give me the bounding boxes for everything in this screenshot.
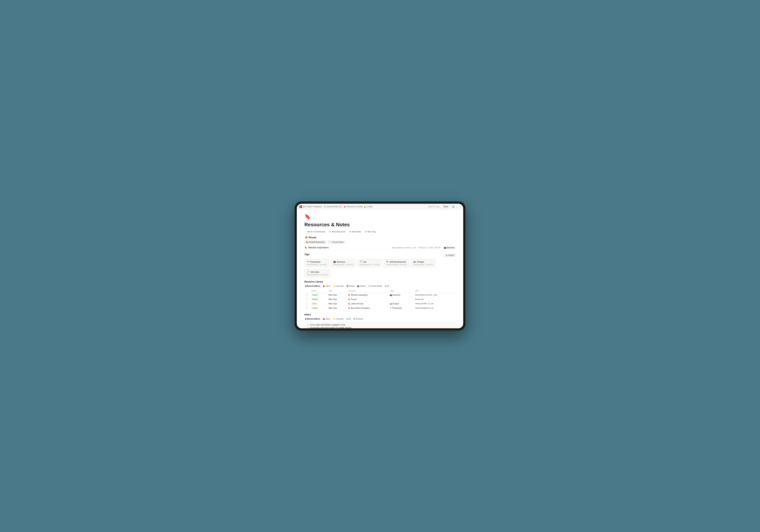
update-icon[interactable]: 🔄 — [452, 206, 454, 208]
row3-checkbox[interactable] — [306, 303, 308, 305]
pinned-resource-name[interactable]: 🔖 Website Inspirations — [305, 246, 329, 249]
tag-card-new-topic-meta: 8 RESOURCES · 5 NOTES — [307, 274, 328, 276]
breadcrumb-sep-2: / — [342, 206, 343, 208]
pinned-resources-tab[interactable]: 🔖 Pinned Resources — [305, 241, 326, 244]
tag-card-ai-apps[interactable]: 🤖 AI Apps 5 RESOURCE · 8 NOTES — [411, 259, 436, 267]
new-note-button[interactable]: ⊕ New Note — [349, 230, 361, 233]
notes-section: Notes Recent (24hrs) 📥 Inbox ⭐ Favourite — [305, 313, 455, 328]
row3-status: Inbox — [311, 303, 318, 305]
top-bar-right: Edited 4h ago Share 🔄 ☆ ··· — [428, 205, 460, 208]
top-bar: N My Product Templates / 📋 Second Brain … — [297, 204, 463, 210]
tab-all[interactable]: ⊞ All — [384, 285, 390, 287]
row4-url: notionmanagement.com — [414, 306, 455, 310]
tab-books[interactable]: 📚 Books — [346, 285, 355, 287]
row1-status: Saved — [311, 294, 318, 296]
row1-tags: 💼 Business — [388, 293, 414, 297]
tag-card-life[interactable]: 🌱 Life 9 RESOURCES · 5 NOTE — [357, 259, 382, 267]
tag-card-life-meta: 9 RESOURCES · 5 NOTE — [359, 264, 379, 266]
pinned-section-title: 📌 Pinned — [305, 236, 455, 239]
top-icons: 🔄 ☆ ··· — [452, 206, 460, 208]
action-buttons: ← Back to Dashboard ⊕ New Resource ⊕ New… — [305, 230, 455, 233]
row1-type: Web Clips — [327, 293, 346, 297]
fav-icon: ⭐ — [333, 285, 335, 287]
new-resource-button[interactable]: ⊕ New Resource — [329, 230, 346, 233]
breadcrumb-item-3[interactable]: Resources & Notes — [347, 206, 363, 208]
tag-card-business[interactable]: 💼 Business 5 RESOURCE · 8 NOTES — [331, 259, 356, 267]
tags-section: Tags ⊞ Gallery ☀ Productivity 3 RESOURCE… — [305, 253, 455, 277]
row3-name-icon: 🔖 — [348, 303, 350, 305]
col-url-header: URL — [414, 289, 455, 293]
col-tags-header: Tags — [388, 289, 414, 293]
col-status-header: Status — [310, 289, 327, 293]
row1-name[interactable]: 🔖 Website Inspirations — [346, 293, 388, 297]
breadcrumb-item-1[interactable]: My Product Templates — [303, 206, 322, 208]
main-content: 🔖 Resources & Notes ← Back to Dashboard … — [297, 210, 463, 328]
tab-recent-24hrs[interactable]: Recent (24hrs) — [305, 285, 321, 287]
breadcrumb-item-2[interactable]: Second Brain OS — [327, 206, 341, 208]
pinned-resource-url: blog.hubspot.com/mar...a-list — [392, 247, 416, 249]
new-note-icon: ⊕ — [349, 230, 351, 233]
business-icon: 💼 — [333, 261, 336, 263]
notes-tab-inbox[interactable]: 📥 Inbox — [322, 317, 331, 320]
gallery-view-button[interactable]: ⊞ Gallery — [444, 254, 455, 257]
resource-library-title: Resource Library — [305, 280, 455, 283]
star-icon[interactable]: ☆ — [456, 206, 457, 208]
row1-checkbox[interactable] — [306, 294, 308, 296]
breadcrumb-item-2-icon: 📋 — [324, 206, 326, 208]
back-to-dashboard-button[interactable]: ← Back to Dashboard — [305, 230, 325, 233]
tab-favourite[interactable]: ⭐ Favourite — [332, 285, 345, 287]
more-icon[interactable]: ··· — [459, 206, 460, 208]
tab-inbox[interactable]: 📥 Inbox — [322, 285, 331, 287]
tag-card-productivity-meta: 3 RESOURCE · 8 NOTES — [307, 264, 327, 266]
table-row: Saved Web Clips 🔖 Website Inspirations 💼… — [305, 293, 455, 297]
notes-tabs: Recent (24hrs) 📥 Inbox ⭐ Favourite ⊞ All — [305, 317, 455, 320]
row2-tags — [388, 297, 414, 302]
pinned-notes-tab[interactable]: 📄 Pinned Notes — [328, 241, 345, 244]
row4-checkbox[interactable] — [306, 307, 308, 309]
row4-name[interactable]: 🔖 Best Notion Templates — [346, 306, 388, 310]
page-icon: 🔖 — [305, 214, 455, 220]
tag-card-new-topic-name: 📝 new topic — [307, 270, 328, 273]
row4-status: Saved — [311, 307, 318, 309]
pinned-tabs: 🔖 Pinned Resources 📄 Pinned Notes — [305, 241, 455, 244]
share-button[interactable]: Share — [442, 205, 450, 208]
row3-type: Web Clips — [327, 302, 346, 306]
row2-name[interactable]: 🔖 Framer — [346, 297, 388, 302]
tag-card-ai-apps-name: 🤖 AI Apps — [413, 261, 433, 263]
row3-url: clickup.com/blo...1a_w8 — [414, 302, 455, 306]
tag-card-business-name: 💼 Business — [333, 261, 353, 263]
row2-name-icon: 🔖 — [348, 298, 350, 300]
edited-label: Edited 4h ago — [428, 206, 440, 208]
back-icon: ← — [305, 230, 307, 233]
table-header-row: Status Type As Name Tags URL — [305, 289, 455, 293]
tab-videos[interactable]: 🎬 Videos — [356, 285, 366, 287]
row3-name[interactable]: 🔖 Lattest AI tools — [346, 302, 388, 306]
notes-tab-archived[interactable]: 🗄 Archived — [353, 317, 364, 320]
new-tag-button[interactable]: ⊕ New Tag — [365, 230, 376, 233]
pinned-emoji: 📌 — [305, 236, 308, 239]
pinned-resource-meta: blog.hubspot.com/mar...a-list February 3… — [392, 246, 455, 249]
gallery-icon: ⊞ — [446, 254, 447, 256]
table-row: Inbox Web Clips 🔖 Lattest AI tools 🤖 AI … — [305, 302, 455, 306]
new-resource-icon: ⊕ — [329, 230, 331, 233]
tags-header: Tags ⊞ Gallery — [305, 253, 455, 257]
pinned-section: 📌 Pinned 🔖 Pinned Resources 📄 Pinned Not… — [305, 236, 455, 250]
row4-type: Web Clips — [327, 306, 346, 310]
row2-checkbox[interactable] — [306, 298, 308, 300]
tag-card-self-development[interactable]: 🧠 Self-Development 8 RESOURCES · 8 NOTES — [383, 259, 409, 267]
row4-name-icon: 🔖 — [348, 307, 350, 309]
pinned-notes-tab-icon: 📄 — [329, 241, 331, 243]
notes-tab-all[interactable]: ⊞ All — [346, 317, 351, 320]
row2-type: Web Clips — [327, 297, 346, 302]
pinned-resource-icon: 🔖 — [305, 246, 307, 249]
notes-tab-favourite[interactable]: ⭐ Favourite — [332, 317, 345, 320]
tab-social-media[interactable]: 💬 Social Media — [368, 285, 383, 287]
tag-card-productivity-name: ☀ Productivity — [307, 261, 327, 263]
notes-tab-recent[interactable]: Recent (24hrs) — [305, 317, 321, 320]
row2-status: Saved — [311, 298, 318, 300]
pinned-resource-tag[interactable]: 💼 Business — [443, 246, 455, 249]
tag-card-new-topic[interactable]: 📝 new topic 8 RESOURCES · 5 NOTES — [305, 269, 330, 277]
tag-card-productivity[interactable]: ☀ Productivity 3 RESOURCE · 8 NOTES — [305, 259, 329, 267]
tag-card-life-name: 🌱 Life — [359, 261, 379, 263]
inbox-icon: 📥 — [323, 285, 325, 287]
